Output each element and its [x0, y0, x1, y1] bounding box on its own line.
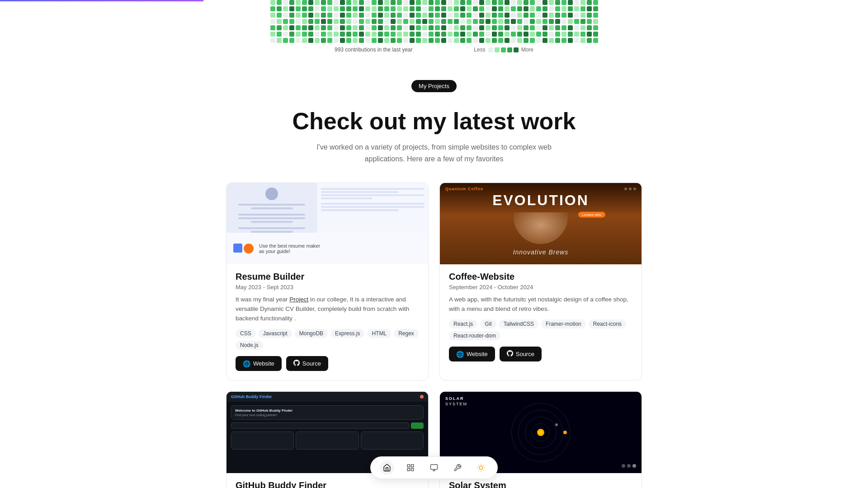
contribution-cell [327, 19, 332, 24]
contribution-cell [435, 38, 440, 43]
contribution-cell [580, 25, 585, 30]
contribution-cell [353, 38, 358, 43]
contribution-cell [391, 0, 396, 5]
github-icon-coffee [507, 350, 513, 358]
contribution-cell [410, 19, 415, 24]
guide-shapes [233, 244, 254, 253]
contribution-cell [574, 19, 579, 24]
contribution-cell [327, 6, 332, 11]
solar-system-visual [505, 396, 577, 469]
contribution-cell [384, 38, 389, 43]
contribution-week-7 [315, 0, 320, 43]
contribution-week-27 [441, 0, 446, 43]
contribution-week-20 [397, 0, 402, 43]
contribution-cell [315, 13, 320, 18]
tag-mongo: MongoDB [295, 329, 328, 338]
contribution-cell [492, 6, 497, 11]
contribution-week-19 [391, 0, 396, 43]
github-title: GitHub Buddy Finder [231, 394, 272, 399]
contribution-cell [429, 32, 434, 37]
contribution-cell [308, 32, 313, 37]
nav-tool-button[interactable] [450, 460, 465, 475]
contribution-cell [454, 0, 459, 5]
contribution-cell [441, 25, 446, 30]
contribution-cell [346, 13, 351, 18]
contribution-cell [536, 0, 541, 5]
contribution-cell [549, 32, 554, 37]
github-search-input[interactable] [231, 422, 409, 429]
contribution-cell [473, 25, 478, 30]
contribution-cell [422, 6, 427, 11]
contribution-cell [378, 38, 383, 43]
contribution-week-21 [403, 0, 408, 43]
contribution-cell [346, 19, 351, 24]
coffee-brand: Quantum Coffee [445, 187, 483, 191]
contribution-week-30 [460, 0, 465, 43]
tag-git: Git [480, 319, 496, 328]
contribution-week-5 [302, 0, 307, 43]
contribution-cell [289, 25, 294, 30]
contribution-cell [549, 0, 554, 5]
contribution-cell [524, 38, 528, 43]
contribution-cell [296, 32, 301, 37]
contribution-cell [372, 6, 377, 11]
contribution-cell [460, 6, 465, 11]
website-button-resume[interactable]: 🌐 Website [236, 356, 282, 371]
source-button-coffee[interactable]: Source [500, 347, 542, 361]
contribution-cell [353, 25, 358, 30]
contribution-cell [289, 19, 294, 24]
contribution-cell [454, 13, 459, 18]
contribution-cell [384, 0, 389, 5]
resume-bottom-strip: Use the best resume makeras your guide! [226, 233, 428, 264]
contribution-cell [422, 25, 427, 30]
contribution-cell [473, 13, 478, 18]
planet-1 [563, 431, 567, 434]
contribution-cell [384, 25, 389, 30]
contribution-cell [467, 13, 472, 18]
contribution-cell [340, 32, 345, 37]
svg-rect-4 [431, 465, 438, 469]
nav-layout-button[interactable] [403, 460, 418, 475]
contribution-week-24 [422, 0, 427, 43]
contribution-cell [308, 19, 313, 24]
contribution-cell [365, 25, 370, 30]
contribution-cell [486, 38, 491, 43]
contribution-cell [555, 25, 560, 30]
contribution-cell [479, 25, 484, 30]
contribution-cell [397, 13, 402, 18]
website-button-coffee[interactable]: 🌐 Website [449, 347, 495, 361]
source-button-resume[interactable]: Source [286, 356, 328, 371]
contribution-cell [479, 6, 484, 11]
nav-monitor-button[interactable] [427, 460, 441, 475]
contribution-cell [549, 6, 554, 11]
contribution-cell [340, 0, 345, 5]
tag-framer: Framer-motion [541, 319, 586, 328]
nav-home-button[interactable] [380, 460, 394, 475]
contribution-cell [460, 25, 465, 30]
tags-row-resume: CSS Javascript MongoDB Express.js HTML R… [236, 329, 419, 350]
contribution-cell [486, 6, 491, 11]
contribution-cell [574, 6, 579, 11]
contribution-cell [536, 19, 541, 24]
contribution-cell [498, 13, 503, 18]
contribution-cell [593, 19, 598, 24]
contribution-cell [580, 32, 585, 37]
nav-theme-button[interactable] [474, 460, 488, 475]
contribution-cell [580, 13, 585, 18]
contribution-cell [416, 25, 421, 30]
github-search-btn[interactable] [411, 422, 424, 429]
contribution-cell [416, 13, 421, 18]
contribution-cell [448, 25, 453, 30]
contribution-cell [372, 0, 377, 5]
contribution-cell [321, 32, 326, 37]
contribution-cell [365, 32, 370, 37]
contribution-cell [315, 25, 320, 30]
project-link[interactable]: Project [289, 296, 308, 303]
contribution-week-32 [473, 0, 478, 43]
github-welcome-text: Welcome to GitHub Buddy Finder [235, 408, 420, 413]
contribution-cell [473, 32, 478, 37]
contribution-cell [568, 38, 573, 43]
contribution-cell [505, 32, 509, 37]
project-links-resume: 🌐 Website Source [236, 356, 419, 371]
contribution-cell [403, 32, 408, 37]
